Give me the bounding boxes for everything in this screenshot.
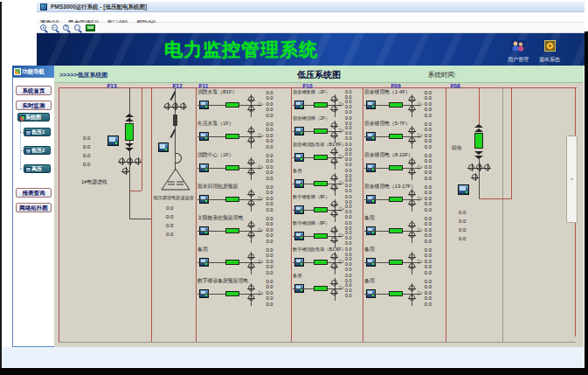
arrow-right-icon: ▷ [259,226,263,233]
feeder-row[interactable]: 备用▷0.00.00.00.00.0 [293,167,363,193]
feeder-value: 0.0 [266,270,290,275]
feeder-values: 0.00.00.00.00.0 [345,90,363,115]
breaker [314,286,328,291]
feeder-label: 备用 [197,247,208,252]
feeder-values: 0.00.00.00.00.0 [266,279,290,307]
sidebar-item-home[interactable]: 系统首页 [16,86,52,95]
sidebar-header: 功能导航 [12,66,55,77]
arrow-right-icon: ▷ [418,101,422,107]
banner: 电力监控管理系统 用户管理 退出系统 [37,33,585,66]
feeder-row[interactable]: 数字楼客梯（8F）▷0.00.00.00.00.0 [293,193,363,219]
feeder-row[interactable]: 数字楼消梯（8F）▷0.00.00.00.00.0 [293,219,363,246]
feeder-row[interactable]: 消防中心（1F）▷0.00.00.00.00.0 [197,151,290,183]
zoom-query-icon[interactable]: ? [62,24,73,32]
tie-breaker[interactable] [474,133,483,149]
breaker [314,233,328,239]
feeder-row[interactable]: 数字楼消防负荷（B1-8F）▷0.00.00.00.00.0 [293,246,363,272]
sidebar-item-低压1[interactable]: 低压1 [24,128,51,136]
feeder-value: 0.0 [266,113,290,118]
feeder-label: 备用 [293,273,301,278]
breaker [225,260,239,265]
arrow-right-icon: ▷ [339,127,343,133]
feeder-values: 0.00.00.00.00.0 [345,274,363,299]
screen-edge [585,31,588,375]
window-title: PMS3000运行系统 - [低压配电系统图] [51,3,147,11]
breaker [225,291,239,296]
feeder-values: 0.00.00.00.00.0 [345,195,363,220]
breaker [314,155,328,160]
feeder-row[interactable]: 生活水泵（1F）▷0.00.00.00.00.0 [197,120,290,151]
feeder-row[interactable]: 备用▷0.00.00.00.00.0 [364,246,446,277]
panel-handle[interactable]: » [566,135,578,223]
feeder-label: 太阳能系统预留用电 [197,215,243,220]
screen-icon[interactable] [85,24,96,32]
sidebar-tree-root[interactable]: 系统图 [17,113,50,122]
feeder-values: 0.00.00.00.00.0 [425,279,446,307]
monitor-icon[interactable] [158,142,169,152]
feeder-label: 雨水回用机房预留 [197,184,238,189]
feeder-values: 0.00.00.00.00.0 [345,142,363,168]
incomer-breaker[interactable] [125,123,134,141]
capacitor-label: 低压调谐电容滤波器 [151,195,196,200]
sidebar-item-高压[interactable]: 高压 [24,164,51,173]
feeder-row[interactable]: 备用▷0.00.00.00.00.0 [197,246,290,277]
diagram-canvas: 0.00.00.00.0 1#电源进线 低压调谐电容滤波器 0.00.00.00… [54,83,584,347]
feeder-row[interactable]: 宿舍楼客梯（2F）▷0.00.00.00.00.0 [293,88,363,115]
panel-handle-arrows: » [567,176,577,181]
feeder-values: 0.00.00.00.00.0 [345,221,363,247]
user-management-button[interactable]: 用户管理 [504,39,532,64]
monitor-icon[interactable] [458,184,469,195]
arrow-right-icon: ▷ [339,258,343,264]
arrow-right-icon: ▷ [339,232,343,238]
sidebar-section-realtime[interactable]: 实时监测 [16,101,52,110]
page-title: 低压系统图 [54,69,584,81]
feeder-value: 0.0 [266,176,290,181]
feeder-value: 0.0 [425,207,446,212]
feeder-label: 宿舍楼用电（1-4F） [364,89,411,94]
feeder-row[interactable]: 宿舍楼用电（5-7F）▷0.00.00.00.00.0 [364,120,446,151]
feeder-row[interactable]: 备用▷0.00.00.00.00.0 [364,277,446,309]
feeder-row[interactable]: 宿舍楼用电（1-4F）▷0.00.00.00.00.0 [364,88,446,120]
arrow-right-icon: ▷ [418,226,422,233]
zoom-in-icon[interactable]: + [39,24,51,32]
breaker [225,228,239,233]
feeder-row[interactable]: 宿舍楼用电（8-10F）▷0.00.00.00.00.0 [364,151,446,183]
feeder-row[interactable]: 备用▷0.00.00.00.00.0 [293,272,363,298]
sidebar-item-topology[interactable]: 网络拓扑图 [16,203,52,212]
monitor-icon[interactable] [107,135,119,146]
feeder-row[interactable]: 消防水泵（B1F）▷0.00.00.00.00.0 [197,88,290,120]
meter-value: 0.0 [166,221,189,230]
feeder-row[interactable]: 数字楼设备房预留用电▷0.00.00.00.00.0 [197,277,290,309]
meter-value: 0.0 [83,151,106,160]
exit-system-label: 退出系统 [536,56,564,64]
feeder-row[interactable]: 雨水回用机房预留▷0.00.00.00.00.0 [197,183,290,214]
arrow-up-icon [474,124,483,132]
feeder-row[interactable]: 宿舍楼消梯（2F）▷0.00.00.00.00.0 [293,115,363,141]
sidebar-item-低压2[interactable]: 低压2 [24,146,51,155]
exit-system-button[interactable]: 退出系统 [536,39,564,64]
sidebar-item-report[interactable]: 报表查询 [16,188,52,198]
feeder-row[interactable]: 宿舍楼用电（13-17F）▷0.00.00.00.00.0 [364,183,446,214]
feeder-values: 0.00.00.00.00.0 [266,247,290,275]
sidebar: 功能导航 系统首页 实时监测 系统图 低压1低压2高压 报表查询 网络拓扑图 [12,66,55,347]
breaker [225,102,239,108]
feeder-row[interactable]: 备用▷0.00.00.00.00.0 [364,214,446,246]
breaker [389,102,403,108]
feeder-row[interactable]: 宿舍楼消防负荷（B1-8F）▷0.00.00.00.00.0 [293,141,363,167]
zoom-out-icon[interactable]: − [51,24,62,32]
incomer-label: 1#电源进线 [81,179,107,184]
feeder-value: 0.0 [266,144,290,149]
zoom-region-icon[interactable] [73,24,85,32]
breaker [389,134,403,139]
fuse-icon [173,115,177,126]
feeder-values: 0.00.00.00.00.0 [345,116,363,142]
system-time-label: 系统时间: [428,71,456,80]
titlebar[interactable]: PMS3000运行系统 - [低压配电系统图] [37,2,585,12]
feeder-row[interactable]: 太阳能系统预留用电▷0.00.00.00.00.0 [197,214,290,246]
incomer-values: 0.00.00.00.0 [83,134,106,169]
arrow-right-icon: ▷ [339,205,343,212]
exit-icon [544,40,556,52]
app-heading: 电力监控管理系统 [164,38,318,62]
feeder-values: 0.00.00.00.00.0 [266,122,290,149]
feeder-label: 数字楼客梯（8F） [293,194,329,199]
